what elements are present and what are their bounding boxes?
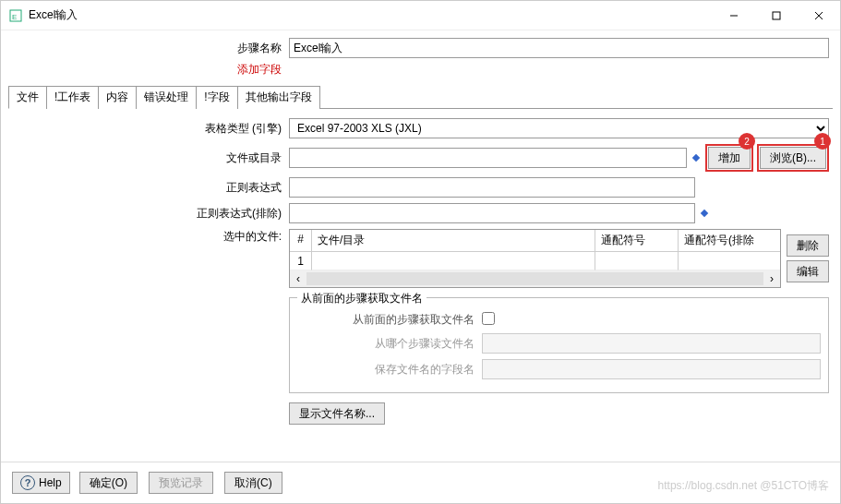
variable-icon-2[interactable] [699,208,710,219]
step-name-label: 步骤名称 [12,41,289,56]
tab-file[interactable]: 文件 [8,86,47,109]
file-tab-content: 表格类型 (引擎) Excel 97-2003 XLS (JXL) 文件或目录 … [1,109,840,462]
table-header: # 文件/目录 通配符号 通配符号(排除 [290,230,780,252]
col-path: 文件/目录 [312,230,595,251]
badge-2: 2 [739,133,755,150]
regex-input[interactable] [289,177,695,198]
browse-button[interactable]: 浏览(B)... [760,147,826,169]
scroll-left-icon[interactable]: ‹ [290,270,306,287]
col-wildcard: 通配符号 [595,230,679,251]
edit-button[interactable]: 编辑 [787,260,829,282]
selected-files-label: 选中的文件: [12,229,289,245]
field-name-label: 保存文件名的字段名 [297,362,482,378]
tab-content[interactable]: 内容 [98,86,137,109]
row-num: 1 [290,252,312,270]
prev-step-group: 从前面的步骤获取文件名 从前面的步骤获取文件名 从哪个步骤读文件名 保存文件名的… [289,297,829,393]
table-row[interactable]: 1 [290,252,780,270]
help-button[interactable]: ? Help [12,472,70,494]
minimize-button[interactable] [713,1,755,30]
prev-step-checkbox[interactable] [482,312,495,325]
scroll-track[interactable] [306,272,763,285]
cancel-button[interactable]: 取消(C) [224,472,282,494]
row-path[interactable] [312,252,595,270]
titlebar: E Excel输入 [1,1,840,30]
tab-fields[interactable]: !字段 [196,86,237,109]
horizontal-scrollbar[interactable]: ‹ › [290,270,780,287]
file-or-dir-label: 文件或目录 [12,150,289,166]
help-label: Help [39,476,62,489]
regex-ex-label: 正则表达式(排除) [12,206,289,222]
col-wildcard-ex: 通配符号(排除 [679,230,780,251]
svg-text:E: E [12,13,17,21]
svg-rect-7 [701,210,708,217]
top-fields: 步骤名称 添加字段 [1,30,840,85]
bottom-bar: ? Help 确定(O) 预览记录 取消(C) [1,462,840,503]
window-controls [713,1,840,30]
row-wc[interactable] [595,252,679,270]
tab-sheet[interactable]: !工作表 [46,86,99,109]
regex-ex-input[interactable] [289,203,695,223]
field-name-combo [482,359,821,379]
tab-strip: 文件 !工作表 内容 错误处理 !字段 其他输出字段 [8,85,833,109]
browse-button-highlight: 1 浏览(B)... [757,144,829,172]
maximize-button[interactable] [755,1,798,30]
step-source-combo [482,333,821,354]
file-or-dir-input[interactable] [289,148,687,168]
app-icon: E [8,8,23,23]
tab-other[interactable]: 其他输出字段 [237,86,320,109]
step-name-input[interactable] [289,38,829,58]
close-button[interactable] [798,1,840,30]
show-filenames-button[interactable]: 显示文件名称... [289,402,385,425]
add-fields-label: 添加字段 [12,62,289,78]
dialog-window: E Excel输入 步骤名称 添加字段 文件 !工作表 内容 错误处理 !字段 … [0,0,841,504]
chk-label: 从前面的步骤获取文件名 [297,312,482,328]
tab-error[interactable]: 错误处理 [136,86,197,109]
step-source-label: 从哪个步骤读文件名 [297,336,482,352]
variable-icon[interactable] [691,152,702,163]
window-title: Excel输入 [29,7,713,23]
group-title: 从前面的步骤获取文件名 [297,291,427,306]
ok-button[interactable]: 确定(O) [79,472,138,494]
help-icon: ? [20,475,35,490]
files-table[interactable]: # 文件/目录 通配符号 通配符号(排除 1 ‹ › [289,229,781,288]
badge-1: 1 [814,133,831,150]
svg-rect-3 [773,12,780,19]
preview-button: 预览记录 [149,472,213,494]
delete-button[interactable]: 删除 [787,234,829,257]
svg-rect-6 [692,154,700,162]
row-wcex[interactable] [679,252,780,270]
col-num: # [290,230,312,251]
regex-label: 正则表达式 [12,180,289,196]
engine-label: 表格类型 (引擎) [12,121,289,137]
scroll-right-icon[interactable]: › [763,270,780,287]
add-button[interactable]: 增加 [708,147,751,169]
add-button-highlight: 2 增加 [705,144,753,172]
